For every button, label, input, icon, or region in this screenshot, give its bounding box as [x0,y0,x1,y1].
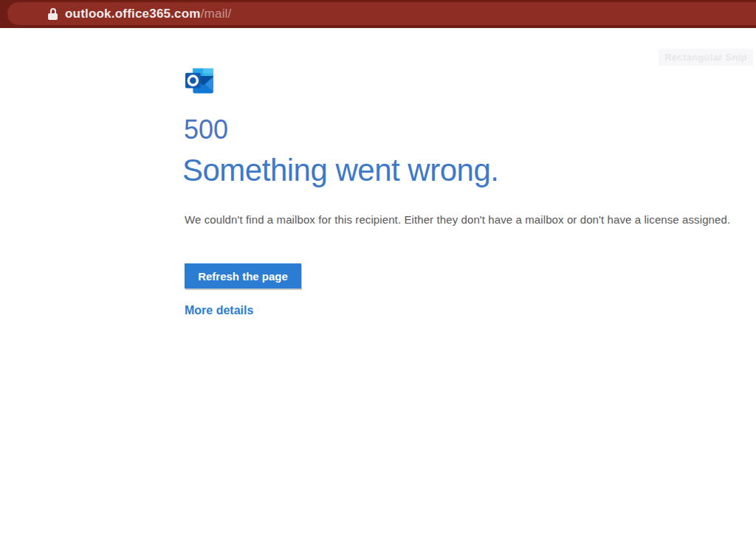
refresh-page-button[interactable]: Refresh the page [185,263,301,288]
error-message: We couldn't find a mailbox for this reci… [185,213,730,226]
url-text[interactable]: outlook.office365.com/mail/ [65,7,232,21]
address-bar[interactable]: outlook.office365.com/mail/ [7,2,756,25]
snip-tool-ghost-label: Rectangular Snip [659,49,753,66]
error-title: Something went wrong. [182,153,498,188]
lock-body [48,13,58,20]
error-code: 500 [184,114,228,145]
lock-icon[interactable] [48,8,58,20]
outlook-error-page: outlook.office365.com/mail/ Rectangular … [0,0,756,546]
url-path: /mail/ [201,7,232,21]
browser-top-bar: outlook.office365.com/mail/ [0,0,756,28]
logo-paper-light [203,69,213,74]
outlook-logo-icon [184,67,215,95]
more-details-link[interactable]: More details [185,304,253,317]
url-host: outlook.office365.com [65,7,201,21]
